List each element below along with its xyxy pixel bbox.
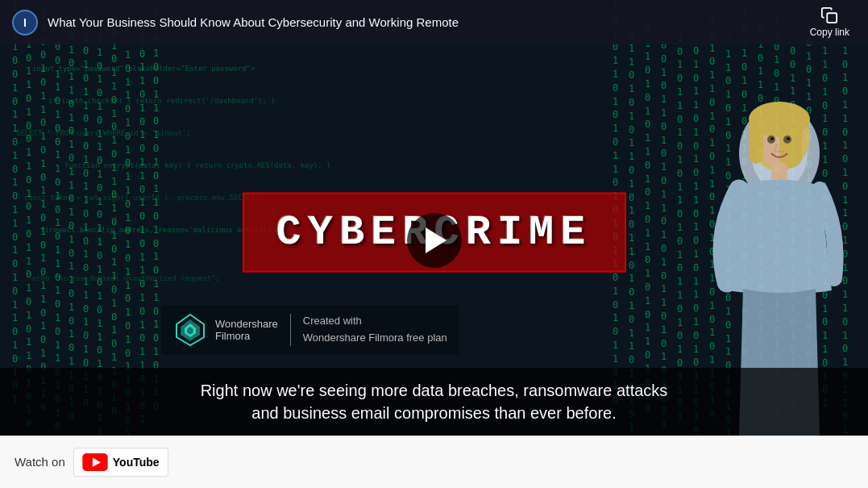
play-triangle-icon (426, 227, 446, 253)
header-bar: I What Your Business Should Know About C… (0, 0, 868, 44)
play-overlay[interactable] (407, 213, 462, 268)
subtitle-bar: Right now we're seeing more data breache… (0, 368, 868, 436)
video-title: What Your Business Should Know About Cyb… (48, 15, 459, 29)
watch-on-text: Watch on (15, 455, 65, 469)
filmora-brand-name: Wondershare Filmora (215, 318, 278, 342)
svg-rect-6 (749, 119, 763, 164)
play-button[interactable] (407, 213, 462, 268)
video-player: 101100101101010110101011010101 010110100… (0, 0, 868, 488)
copy-link-label: Copy link (810, 27, 849, 38)
watermark: Wondershare Filmora Created with Wonders… (161, 305, 459, 355)
logo-letter: I (23, 16, 27, 29)
copy-link-button[interactable]: Copy link (804, 2, 856, 42)
watermark-divider (290, 314, 291, 346)
filmora-logo-icon (173, 313, 207, 347)
subtitle-line2: and business email compromises than ever… (251, 404, 616, 422)
header-left: I What Your Business Should Know About C… (12, 10, 459, 35)
copy-link-icon (820, 6, 838, 24)
channel-logo: I (12, 10, 38, 35)
youtube-icon (82, 453, 108, 471)
svg-rect-7 (779, 119, 802, 168)
watermark-description: Created with Wondershare Filmora free pl… (303, 313, 447, 347)
footer-bar: Watch on YouTube (0, 436, 868, 488)
filmora-logo: Wondershare Filmora (173, 313, 278, 347)
youtube-label: YouTube (113, 456, 160, 469)
youtube-button[interactable]: YouTube (73, 448, 168, 477)
svg-rect-0 (828, 13, 837, 23)
svg-point-10 (770, 137, 774, 140)
svg-point-11 (787, 137, 790, 140)
subtitle-text: Right now we're seeing more data breache… (16, 379, 852, 424)
subtitle-line1: Right now we're seeing more data breache… (201, 382, 668, 399)
